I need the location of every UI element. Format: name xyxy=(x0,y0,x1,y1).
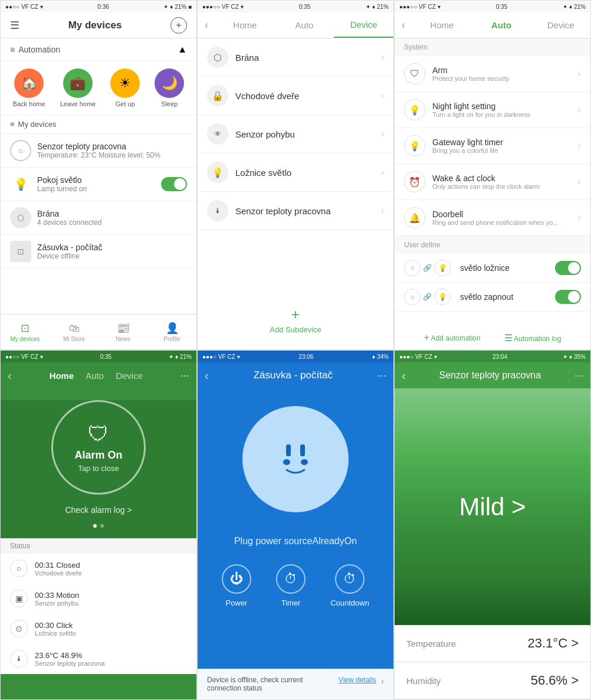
device-item-sensor[interactable]: ○ Senzor teploty pracovna Temperature: 2… xyxy=(1,134,196,168)
status-bar-p5: ●●●○ VF CZ ▾ 23:06 ♦ 34% xyxy=(198,351,393,362)
p6-more-button[interactable]: ··· xyxy=(574,369,583,382)
tab-device[interactable]: Device xyxy=(334,12,393,38)
add-automation-icon: + xyxy=(424,332,429,342)
lamp-toggle[interactable] xyxy=(161,177,187,191)
gateway-timer-chevron: › xyxy=(578,140,581,151)
leave-home-icon: 💼 xyxy=(63,68,93,98)
add-automation-button[interactable]: + Add automation xyxy=(424,332,481,344)
gateway-name: Brána xyxy=(37,209,187,218)
auto-item-arm[interactable]: 🛡 Arm Protect your home security › xyxy=(395,56,590,92)
panel-auto: ●●●○○ VF CZ ▾ 0:35 ✦ ♦ 21% ‹ Home Auto D… xyxy=(394,0,591,350)
device-item-plug[interactable]: ⊡ Zásuvka - počítač Device offline xyxy=(1,235,196,269)
user-item-loznice[interactable]: ○ 🔗 💡 světlo ložnice xyxy=(395,254,590,283)
check-alarm-log[interactable]: Check alarm log > xyxy=(1,501,196,519)
plug-power-button[interactable]: ⏻ Power xyxy=(222,564,251,607)
qa-leave-home-label: Leave home xyxy=(60,100,96,107)
tab-home[interactable]: Home xyxy=(215,13,275,37)
svg-point-0 xyxy=(267,431,324,488)
my-devices-label: My devices xyxy=(18,120,57,129)
plug-title: Zásuvka - počítač xyxy=(209,369,377,381)
p3-tab-device[interactable]: Device xyxy=(531,13,590,37)
p5-more-button[interactable]: ··· xyxy=(377,369,386,382)
list-item-senzor-teploty[interactable]: 🌡 Senzor teploty pracovna › xyxy=(198,192,393,230)
alarm-circle[interactable]: 🛡 Alarm On Tap to close xyxy=(51,400,146,495)
qa-leave-home[interactable]: 💼 Leave home xyxy=(60,68,96,107)
loznice-chevron: › xyxy=(381,167,384,178)
auto-item-night-light[interactable]: 💡 Night light setting Turn a light on fo… xyxy=(395,92,590,128)
temperature-row[interactable]: Temperature 23.1°C > xyxy=(395,625,590,662)
sensor-icon: ○ xyxy=(10,140,31,161)
auto-item-wake-clock[interactable]: ⏰ Wake & act clock Only actions can stop… xyxy=(395,164,590,200)
motion-time: 00:33 Motion xyxy=(35,591,187,600)
device-item-lamp[interactable]: 💡 Pokoj světlo Lamp turned on xyxy=(1,168,196,201)
auto-item-doorbell[interactable]: 🔔 Doorbell Ring and send phone notificat… xyxy=(395,200,590,236)
user-zapnout-toggle[interactable] xyxy=(555,290,581,304)
qa-sleep[interactable]: 🌙 Sleep xyxy=(155,68,184,107)
p4-back-button[interactable]: ‹ xyxy=(8,369,12,382)
p4-more-button[interactable]: ··· xyxy=(180,369,189,382)
status-item-closed[interactable]: ○ 00:31 Closed Vchodové dveře xyxy=(1,554,196,584)
humidity-value: 56.6% > xyxy=(531,673,579,688)
temp-value: 23.6°C 48.9% xyxy=(35,651,187,660)
p3-tab-home[interactable]: Home xyxy=(412,13,472,37)
p2-tab-bar: ‹ Home Auto Device xyxy=(198,12,393,38)
brana-icon: ⬡ xyxy=(207,47,228,68)
loznice-icon: 💡 xyxy=(207,162,228,183)
add-subdevice-button[interactable]: + Add Subdevice xyxy=(260,297,330,344)
list-item-brana[interactable]: ⬡ Brána › xyxy=(198,38,393,77)
p6-back-button[interactable]: ‹ xyxy=(402,369,406,382)
pohybu-chevron: › xyxy=(381,129,384,139)
nav-mi-store[interactable]: 🛍 Mi Store xyxy=(50,315,98,349)
user-item-zapnout[interactable]: ○ 🔗 💡 světlo zapnout xyxy=(395,283,590,312)
add-button[interactable]: + xyxy=(170,17,187,34)
p5-back-button[interactable]: ‹ xyxy=(205,369,209,382)
nav-my-devices[interactable]: ⊡ My devices xyxy=(1,315,50,349)
nav-news[interactable]: 📰 News xyxy=(98,315,147,349)
list-item-senzor-pohybu[interactable]: 👁 Senzor pohybu › xyxy=(198,115,393,153)
panel-plug: ●●●○ VF CZ ▾ 23:06 ♦ 34% ‹ Zásuvka - poč… xyxy=(197,350,394,700)
humidity-row[interactable]: Humidity 56.6% > xyxy=(395,662,590,699)
status-item-motion[interactable]: ▣ 00:33 Motion Senzor pohybu xyxy=(1,584,196,614)
mild-indicator[interactable]: Mild > xyxy=(459,493,526,521)
p2-back-button[interactable]: ‹ xyxy=(198,19,215,31)
status-item-click[interactable]: ⊙ 00:30 Click Ložnice světlo xyxy=(1,614,196,644)
p4-tab-auto[interactable]: Auto xyxy=(86,371,104,381)
devices-list-icon: ≡ xyxy=(10,120,15,129)
offline-chevron: › xyxy=(381,676,384,686)
qa-sleep-label: Sleep xyxy=(161,100,178,107)
night-light-chevron: › xyxy=(578,104,581,115)
device-item-gateway[interactable]: ⬡ Brána 4 devices connected xyxy=(1,201,196,235)
tab-auto[interactable]: Auto xyxy=(275,13,334,37)
p3-back-button[interactable]: ‹ xyxy=(395,19,412,31)
arm-sub: Protect your home security xyxy=(432,75,571,82)
p3-tab-auto[interactable]: Auto xyxy=(472,13,531,37)
list-item-loznice[interactable]: 💡 Ložnice světlo › xyxy=(198,153,393,192)
automation-log-icon: ☰ xyxy=(504,333,513,343)
nav-profile[interactable]: 👤 Profile xyxy=(147,315,196,349)
user-loznice-toggle[interactable] xyxy=(555,261,581,275)
automation-chevron[interactable]: ▲ xyxy=(178,44,187,55)
p4-tab-home[interactable]: Home xyxy=(50,371,74,381)
plug-timer-button[interactable]: ⏱ Timer xyxy=(276,564,306,607)
click-time: 00:30 Click xyxy=(35,621,187,630)
lamp-sub: Lamp turned on xyxy=(37,185,155,193)
loznice-name: Ložnice světlo xyxy=(235,168,374,178)
hamburger-icon[interactable]: ☰ xyxy=(10,19,19,32)
panel-device-list: ●●●○○ VF CZ ▾ 0:35 ✦ ♦ 21% ‹ Home Auto D… xyxy=(197,0,394,350)
view-details-link[interactable]: View details xyxy=(339,676,376,684)
p1-header: ☰ My devices + xyxy=(1,12,196,38)
status-item-temp[interactable]: 🌡 23.6°C 48.9% Senzor teploty pracovna xyxy=(1,644,196,674)
timer-label: Timer xyxy=(281,598,301,607)
sensor-name: Senzor teploty pracovna xyxy=(37,142,187,151)
automation-log-button[interactable]: ☰ Automation log xyxy=(504,332,562,344)
closed-sub: Vchodové dveře xyxy=(35,570,187,577)
plug-countdown-button[interactable]: ⏱ Countdown xyxy=(330,564,369,607)
night-light-icon: 💡 xyxy=(404,99,425,120)
list-item-vchodove[interactable]: 🔒 Vchodové dveře › xyxy=(198,77,393,115)
user-zapnout-action-icon: 💡 xyxy=(434,289,451,305)
p4-tab-device[interactable]: Device xyxy=(116,371,143,381)
auto-item-gateway-timer[interactable]: 💡 Gateway light timer Bring you a colorf… xyxy=(395,128,590,164)
qa-get-up[interactable]: ☀ Get up xyxy=(110,68,140,107)
qa-back-home[interactable]: 🏠 Back home xyxy=(13,68,45,107)
teploty-chevron: › xyxy=(381,205,384,216)
